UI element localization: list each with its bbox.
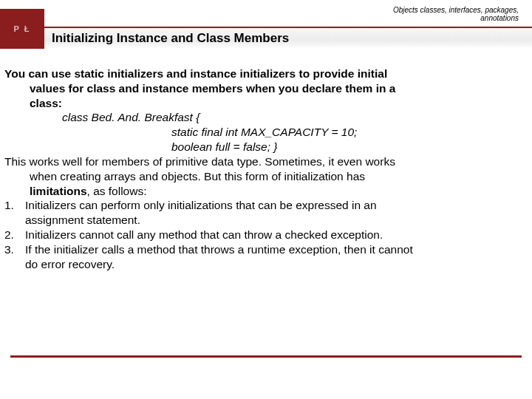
code-line-3: boolean full = false; }	[62, 140, 528, 154]
para2-line-3: limitations, as follows:	[4, 184, 528, 199]
slide-title: Initializing Instance and Class Members	[52, 31, 289, 46]
para2-line-3b: , as follows:	[87, 185, 147, 197]
para2-line-1: This works well for members of primitive…	[4, 155, 395, 168]
list-item-3: 3. If the initializer calls a method tha…	[4, 242, 528, 272]
intro-line-2: values for class and instance members wh…	[4, 82, 395, 95]
topic-line-2: annotations	[480, 14, 519, 22]
item1-line-2: assignment statement.	[25, 214, 140, 226]
item-number: 2.	[4, 228, 25, 242]
item-text: If the initializer calls a method that t…	[25, 242, 528, 272]
title-bar: Initializing Instance and Class Members	[44, 27, 532, 49]
intro-line-3: class:	[4, 97, 62, 109]
code-example: class Bed. And. Breakfast { static final…	[4, 110, 528, 154]
university-logo: P Ł	[0, 9, 44, 49]
item-number: 1.	[4, 198, 25, 228]
explanation-paragraph: This works well for members of primitive…	[4, 154, 528, 198]
limitations-word: limitations	[30, 185, 87, 197]
code-line-1: class Bed. And. Breakfast {	[62, 110, 528, 125]
intro-paragraph: You can use static initializers and inst…	[4, 66, 528, 110]
para2-line-2: when creating arrays and objects. But th…	[4, 169, 528, 184]
list-item-2: 2. Initializers cannot call any method t…	[4, 228, 528, 242]
item-text: Initializers cannot call any method that…	[25, 228, 528, 242]
topic-label: Objects classes, interfaces, packages, a…	[393, 6, 519, 22]
item-number: 3.	[4, 242, 25, 272]
topic-line-1: Objects classes, interfaces, packages,	[393, 6, 519, 14]
slide-header: Objects classes, interfaces, packages, a…	[0, 0, 532, 53]
code-line-2: static final int MAX_CAPACITY = 10;	[62, 125, 528, 140]
item-text: Initializers can perform only initializa…	[25, 198, 528, 228]
item3-line-1: If the initializer calls a method that t…	[25, 243, 413, 256]
slide-content: You can use static initializers and inst…	[0, 53, 532, 272]
item3-line-2: do error recovery.	[25, 258, 115, 270]
footer-divider	[10, 355, 522, 358]
logo-text: P Ł	[14, 24, 31, 33]
list-item-1: 1. Initializers can perform only initial…	[4, 198, 528, 228]
intro-line-1: You can use static initializers and inst…	[4, 67, 387, 80]
item1-line-1: Initializers can perform only initializa…	[25, 199, 377, 211]
